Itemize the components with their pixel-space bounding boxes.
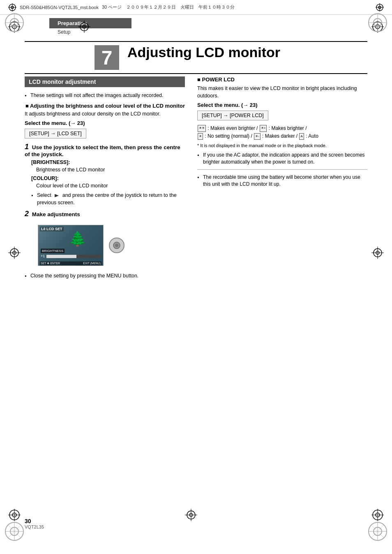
bullet-no-affect: These settings will not affect the image… xyxy=(25,92,185,99)
step-1-body: [BRIGHTNESS]: Brightness of the LCD moni… xyxy=(31,159,185,206)
subsection-brightness-title: Adjusting the brightness and colour leve… xyxy=(25,103,185,109)
brightness-bar-fill xyxy=(46,255,76,258)
icon-darker: ☀- xyxy=(254,133,261,140)
battery-bullet: The recordable time using the battery wi… xyxy=(197,174,367,188)
reg-mark-bl xyxy=(8,509,21,521)
brightness-label: [BRIGHTNESS]: xyxy=(31,159,185,166)
lcd-image-area: Lè LCD SET 🌲 BRIGHTNESS +1 SET ❖ ENTER E… xyxy=(31,222,185,269)
left-column: LCD monitor adjustment These settings wi… xyxy=(25,76,185,283)
page-code: VQT2L35 xyxy=(25,524,44,529)
deco-circle-tl xyxy=(4,12,25,33)
select-arrow-icon xyxy=(54,193,60,199)
crosshair-icon-header-right xyxy=(376,3,384,12)
hr-bottom-title xyxy=(25,73,367,74)
step-2-header: 2 Make adjustments xyxy=(25,210,185,218)
setup-label: Setup xyxy=(49,28,392,36)
icon-brightest: ☀☀ xyxy=(198,125,206,132)
svg-point-23 xyxy=(115,244,118,247)
brightness-bar-label: BRIGHTNESS xyxy=(41,249,65,253)
page-footer: 30 VQT2L35 xyxy=(25,518,44,529)
top-bar: SDR-S50&H85GN-VQT2L35_mst.book 30 ページ ２０… xyxy=(0,0,392,15)
power-lcd-title: POWER LCD xyxy=(197,76,367,83)
chapter-number: 7 xyxy=(95,45,119,70)
header-pageinfo: 30 ページ ２００９年１２月２９日 火曜日 午前１０時３０分 xyxy=(102,4,235,10)
lcd-screen-image: Lè LCD SET 🌲 BRIGHTNESS +1 SET ❖ ENTER E… xyxy=(38,225,104,266)
brightness-text: Brightness of the LCD monitor xyxy=(31,166,185,174)
reg-mark-ml xyxy=(8,247,21,259)
setup-box-lcd: [SETUP] → [LCD SET] xyxy=(25,129,86,138)
body-text-1: It adjusts brightness and colour density… xyxy=(25,111,185,118)
colour-label: [COLOUR]: xyxy=(31,175,185,182)
reg-mark-mr xyxy=(371,247,384,259)
step-1-header: 1 Use the joystick to select the item, t… xyxy=(25,143,185,157)
asterisk-note: * It is not displayed in the manual mode… xyxy=(197,143,367,149)
reg-mark-top-mid xyxy=(78,21,90,33)
select-bullet: Select and press the centre of the joyst… xyxy=(31,192,185,206)
deco-circle-bl xyxy=(4,521,25,542)
brightness-value: +1 xyxy=(41,254,45,258)
step-1: 1 Use the joystick to select the item, t… xyxy=(25,143,185,206)
lcd-footer: SET ❖ ENTER EXIT (MENU) xyxy=(40,261,101,265)
svg-marker-20 xyxy=(55,194,59,197)
separator xyxy=(197,169,367,170)
reg-mark-bm xyxy=(185,509,197,521)
step-2: 2 Make adjustments Lè LCD SET 🌲 BRIGHTNE… xyxy=(25,210,185,280)
tree-icon: 🌲 xyxy=(69,231,87,246)
close-setting-text: Close the setting by pressing the MENU b… xyxy=(25,272,185,280)
lcd-section-box: LCD monitor adjustment xyxy=(25,76,185,87)
deco-circle-tr xyxy=(367,12,388,33)
colour-text: Colour level of the LCD monitor xyxy=(31,182,185,190)
setup-box-power-lcd: [SETUP] → [POWER LCD] xyxy=(197,111,268,120)
page-number: 30 xyxy=(25,518,44,524)
page-title: Adjusting LCD monitor xyxy=(127,44,280,60)
ac-adaptor-bullet: If you use the AC adaptor, the indicatio… xyxy=(197,152,367,166)
lcd-title-text: Lè LCD SET xyxy=(40,226,64,231)
icon-brighter: ☀+ xyxy=(260,125,267,132)
icon-descriptions: ☀☀ : Makes even brighter / ☀+ : Makes br… xyxy=(197,125,367,140)
deco-circle-br xyxy=(367,521,388,542)
crosshair-icon-header xyxy=(8,3,16,12)
select-menu-text-right: Select the menu. (→ 23) xyxy=(197,102,367,108)
hr-top xyxy=(25,41,367,42)
brightness-bar-bg xyxy=(46,255,101,258)
joystick-icon xyxy=(108,237,125,254)
right-column: POWER LCD This makes it easier to view t… xyxy=(197,76,367,283)
power-lcd-body: This makes it easier to view the LCD mon… xyxy=(197,85,367,99)
main-content: LCD monitor adjustment These settings wi… xyxy=(25,76,367,283)
preparation-label: Preparation xyxy=(49,18,131,28)
select-menu-text-left: Select the menu. (→ 23) xyxy=(25,120,185,126)
reg-mark-br xyxy=(371,509,384,521)
icon-normal: ☀ xyxy=(198,133,203,140)
header-filename: SDR-S50&H85GN-VQT2L35_mst.book xyxy=(20,5,99,10)
icon-auto: A xyxy=(299,133,304,140)
